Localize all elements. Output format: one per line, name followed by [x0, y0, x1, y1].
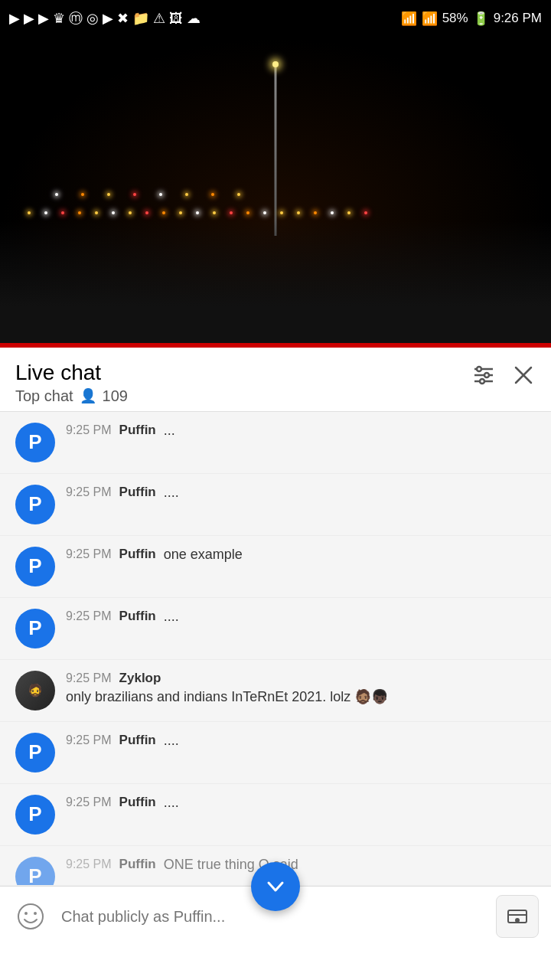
svg-point-10 [34, 912, 37, 915]
light-25 [133, 193, 136, 196]
chat-message-item: 🧔 9:25 PM Zyklop only brazilians and ind… [0, 660, 551, 722]
chevron-down-icon [264, 875, 287, 898]
chat-message-preview: .... [164, 733, 179, 749]
svg-point-3 [477, 367, 481, 371]
avatar: P [15, 609, 55, 648]
ground-shadow [0, 220, 551, 343]
light-24 [107, 193, 110, 196]
filter-icon [471, 363, 496, 387]
status-icons-left: ▶ ▶ ▶ ♛ ⓜ ◎ ▶ ✖ 📁 ⚠ 🖼 ☁ [9, 9, 201, 28]
chat-content: 9:25 PM Puffin .... [66, 733, 536, 750]
chat-content: 9:25 PM Puffin one example [66, 547, 536, 564]
chat-message-item: P 9:25 PM Puffin .... [0, 598, 551, 660]
status-bar: ▶ ▶ ▶ ♛ ⓜ ◎ ▶ ✖ 📁 ⚠ 🖼 ☁ 📶 📶 58% 🔋 9:26 P… [0, 0, 551, 37]
chat-message-preview: .... [164, 485, 179, 501]
light-5 [95, 211, 98, 214]
avatar: P [15, 795, 55, 835]
emoji-icon [17, 903, 44, 930]
light-9 [162, 211, 165, 214]
app-icon-cloud: ☁ [187, 10, 201, 27]
light-1 [28, 211, 31, 214]
chat-message-item: P 9:25 PM Puffin .... [0, 474, 551, 536]
light-29 [237, 193, 240, 196]
light-14 [246, 211, 249, 214]
chat-message-preview: one example [164, 547, 243, 563]
app-icon-x: ✖ [117, 10, 129, 27]
super-chat-icon [506, 905, 529, 928]
light-23 [81, 193, 84, 196]
viewers-icon: 👤 [80, 387, 96, 404]
svg-point-13 [515, 918, 520, 923]
filter-button[interactable] [471, 363, 496, 387]
live-chat-header: Live chat Top chat 👤 109 [0, 348, 551, 412]
live-chat-actions [471, 360, 536, 387]
chat-username: Puffin [119, 485, 156, 500]
chat-time: 9:25 PM [66, 485, 112, 499]
chat-list: P 9:25 PM Puffin ... P 9:25 PM Puffin ..… [0, 412, 551, 886]
chat-time: 9:25 PM [66, 547, 112, 561]
status-icons-right: 📶 📶 58% 🔋 9:26 PM [401, 11, 542, 27]
live-chat-subtitle: Top chat 👤 109 [15, 387, 128, 405]
close-button[interactable] [511, 363, 536, 387]
chat-time: 9:25 PM [66, 671, 112, 685]
chat-message-preview: .... [164, 609, 179, 625]
light-15 [263, 211, 266, 214]
signal-icon: 📶 [422, 11, 438, 27]
light-11 [196, 211, 199, 214]
close-icon [511, 363, 536, 387]
light-3 [61, 211, 64, 214]
chat-meta: 9:25 PM Puffin one example [66, 547, 536, 563]
chat-username: Puffin [119, 547, 156, 562]
super-chat-button[interactable] [496, 895, 539, 938]
app-icon-circle: ◎ [86, 10, 99, 27]
light-10 [179, 211, 182, 214]
chat-username: Puffin [119, 857, 156, 872]
light-22 [55, 193, 58, 196]
avatar: P [15, 423, 55, 462]
svg-point-9 [24, 912, 28, 915]
avatar: P [15, 733, 55, 773]
chat-content: 9:25 PM Puffin ... [66, 423, 536, 440]
light-13 [230, 211, 233, 214]
chat-time: 9:25 PM [66, 609, 112, 623]
chat-message-body: only brazilians and indians InTeRnEt 202… [66, 688, 536, 707]
chat-meta: 9:25 PM Puffin .... [66, 795, 536, 811]
light-2 [44, 211, 47, 214]
app-icon-m: ⓜ [69, 9, 83, 28]
viewer-count: 109 [103, 387, 128, 405]
app-icon-crown: ♛ [53, 10, 65, 27]
clock: 9:26 PM [494, 11, 542, 26]
video-player[interactable] [0, 37, 551, 343]
chat-message-preview: .... [164, 795, 179, 811]
light-28 [211, 193, 214, 196]
scroll-to-bottom-button[interactable] [251, 862, 300, 911]
chat-content: 9:25 PM Puffin .... [66, 795, 536, 812]
emoji-button[interactable] [12, 898, 49, 935]
chat-time: 9:25 PM [66, 423, 112, 437]
light-20 [347, 211, 350, 214]
light-26 [159, 193, 162, 196]
chat-username: Puffin [119, 423, 156, 438]
chat-content: 9:25 PM Puffin .... [66, 485, 536, 502]
avatar: P [15, 857, 55, 886]
light-27 [185, 193, 188, 196]
chat-message-item: P 9:25 PM Puffin ... [0, 412, 551, 474]
app-icon-youtube2: ▶ [24, 10, 34, 27]
svg-point-5 [480, 379, 484, 384]
city-lights-row [28, 211, 523, 214]
chat-time: 9:25 PM [66, 733, 112, 747]
chat-meta: 9:25 PM Zyklop [66, 671, 536, 686]
light-19 [331, 211, 334, 214]
chat-username: Puffin [119, 795, 156, 810]
chat-message-item: P 9:25 PM Puffin .... [0, 784, 551, 846]
app-icon-image: 🖼 [169, 11, 183, 27]
live-chat-title: Live chat [15, 360, 128, 386]
chat-message-item: P 9:25 PM Puffin .... [0, 722, 551, 784]
svg-point-4 [484, 373, 489, 377]
light-8 [145, 211, 148, 214]
video-frame [0, 37, 551, 343]
chat-content: 9:25 PM Zyklop only brazilians and india… [66, 671, 536, 707]
avatar: 🧔 [15, 671, 55, 710]
battery-icon: 🔋 [473, 11, 489, 27]
pole-light [272, 61, 279, 67]
